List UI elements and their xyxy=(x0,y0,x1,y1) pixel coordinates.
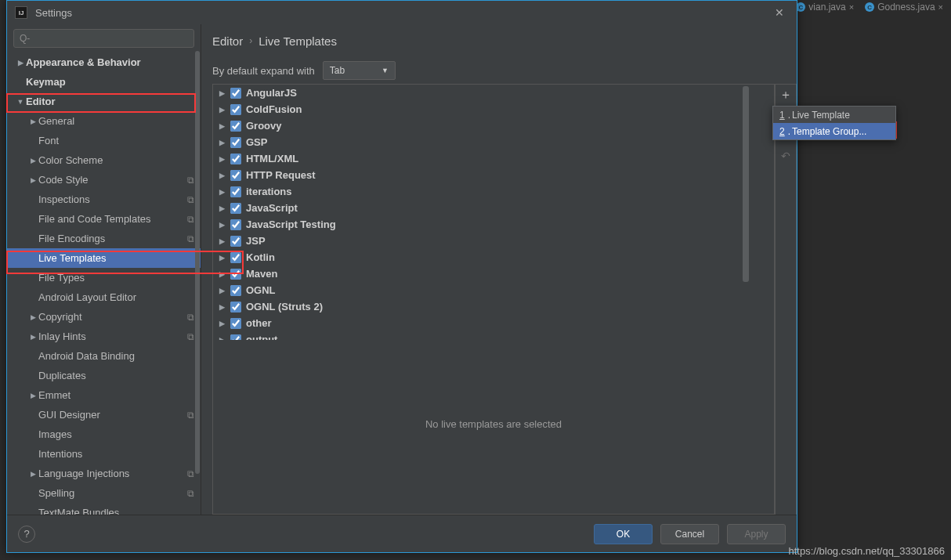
editor-tab[interactable]: C vian.java × xyxy=(796,0,854,14)
tree-arrow-icon[interactable]: ▶ xyxy=(219,89,230,97)
sidebar-item[interactable]: Language Injections⧉ xyxy=(7,464,201,483)
settings-tree[interactable]: Appearance & BehaviorKeymapEditorGeneral… xyxy=(7,52,201,515)
tree-arrow-icon[interactable]: ▶ xyxy=(219,172,230,179)
template-group-checkbox[interactable] xyxy=(230,236,241,247)
template-group-checkbox[interactable] xyxy=(230,154,241,164)
tree-arrow-icon[interactable]: ▶ xyxy=(219,122,230,130)
breadcrumb-section[interactable]: Editor xyxy=(212,34,243,48)
template-group-row[interactable]: ▶HTTP Request xyxy=(213,167,774,183)
sidebar-item[interactable]: Intentions xyxy=(7,444,201,464)
sidebar-scrollbar[interactable] xyxy=(194,51,201,515)
template-group-row[interactable]: ▶output xyxy=(213,331,774,340)
search-input[interactable]: Q- xyxy=(13,29,194,48)
template-group-row[interactable]: ▶JavaScript Testing xyxy=(213,216,774,233)
tree-arrow-icon[interactable] xyxy=(15,98,26,106)
template-group-checkbox[interactable] xyxy=(230,252,241,263)
sidebar-item[interactable]: Live Templates xyxy=(7,248,201,268)
template-group-checkbox[interactable] xyxy=(230,334,241,341)
ok-button[interactable]: OK xyxy=(594,524,653,544)
sidebar-item[interactable]: Copyright⧉ xyxy=(7,307,201,327)
template-group-row[interactable]: ▶Maven xyxy=(213,266,774,282)
sidebar-item[interactable]: Appearance & Behavior xyxy=(7,52,201,72)
sidebar-item[interactable]: General xyxy=(7,111,201,131)
undo-button[interactable]: ↶ xyxy=(776,146,796,166)
tree-arrow-icon[interactable] xyxy=(27,313,38,321)
template-group-row[interactable]: ▶OGNL (Struts 2) xyxy=(213,298,774,315)
sidebar-item[interactable]: Images xyxy=(7,425,201,444)
close-icon[interactable]: × xyxy=(938,2,943,12)
tree-arrow-icon[interactable]: ▶ xyxy=(219,139,230,146)
sidebar-item[interactable]: Spelling⧉ xyxy=(7,483,201,503)
template-group-checkbox[interactable] xyxy=(230,88,241,99)
tree-arrow-icon[interactable]: ▶ xyxy=(219,254,230,262)
template-group-row[interactable]: ▶ColdFusion xyxy=(213,101,774,117)
editor-tab[interactable]: C Godness.java × xyxy=(865,0,943,14)
help-button[interactable]: ? xyxy=(18,526,35,543)
sidebar-item[interactable]: Inlay Hints⧉ xyxy=(7,327,201,346)
tree-arrow-icon[interactable]: ▶ xyxy=(219,188,230,196)
tree-arrow-icon[interactable]: ▶ xyxy=(219,287,230,294)
cancel-button[interactable]: Cancel xyxy=(660,524,719,544)
template-scrollbar[interactable] xyxy=(743,86,750,337)
tree-arrow-icon[interactable]: ▶ xyxy=(219,336,230,341)
sidebar-item[interactable]: TextMate Bundles xyxy=(7,503,201,515)
template-group-checkbox[interactable] xyxy=(230,203,241,214)
template-group-row[interactable]: ▶Groovy xyxy=(213,117,774,134)
sidebar-item[interactable]: Android Data Binding xyxy=(7,346,201,366)
sidebar-item[interactable]: Emmet xyxy=(7,385,201,405)
template-group-row[interactable]: ▶iterations xyxy=(213,183,774,200)
sidebar-item[interactable]: Color Scheme xyxy=(7,150,201,170)
template-group-row[interactable]: ▶HTML/XML xyxy=(213,150,774,167)
popup-item-live-template[interactable]: 1. Live Template xyxy=(773,107,895,123)
sidebar-item[interactable]: Keymap xyxy=(7,72,201,92)
expand-with-select[interactable]: Tab ▼ xyxy=(323,61,396,80)
template-group-checkbox[interactable] xyxy=(230,121,241,132)
tree-arrow-icon[interactable] xyxy=(15,59,26,67)
template-group-checkbox[interactable] xyxy=(230,219,241,230)
template-group-row[interactable]: ▶GSP xyxy=(213,134,774,150)
template-group-checkbox[interactable] xyxy=(230,104,241,115)
template-group-checkbox[interactable] xyxy=(230,137,241,148)
tree-arrow-icon[interactable]: ▶ xyxy=(219,155,230,163)
popup-item-template-group[interactable]: 2. Template Group... xyxy=(773,123,895,139)
add-button[interactable]: ＋ xyxy=(776,85,796,105)
template-group-checkbox[interactable] xyxy=(230,285,241,296)
tree-arrow-icon[interactable]: ▶ xyxy=(219,106,230,114)
template-group-row[interactable]: ▶AngularJS xyxy=(213,85,774,101)
tree-arrow-icon[interactable] xyxy=(27,117,38,125)
template-group-checkbox[interactable] xyxy=(230,302,241,313)
template-group-row[interactable]: ▶OGNL xyxy=(213,282,774,298)
sidebar-item[interactable]: File and Code Templates⧉ xyxy=(7,209,201,229)
tree-arrow-icon[interactable]: ▶ xyxy=(219,221,230,229)
sidebar-item[interactable]: Font xyxy=(7,131,201,150)
close-button[interactable]: ✕ xyxy=(770,5,789,20)
template-group-row[interactable]: ▶JSP xyxy=(213,233,774,249)
template-group-row[interactable]: ▶other xyxy=(213,315,774,331)
template-group-row[interactable]: ▶JavaScript xyxy=(213,200,774,216)
template-group-checkbox[interactable] xyxy=(230,170,241,181)
tree-arrow-icon[interactable]: ▶ xyxy=(219,320,230,327)
sidebar-item[interactable]: Editor xyxy=(7,92,201,111)
close-icon[interactable]: × xyxy=(849,2,854,12)
template-group-checkbox[interactable] xyxy=(230,186,241,197)
sidebar-item[interactable]: Android Layout Editor xyxy=(7,287,201,307)
sidebar-item[interactable]: Duplicates xyxy=(7,366,201,385)
tree-arrow-icon[interactable] xyxy=(27,470,38,478)
template-group-checkbox[interactable] xyxy=(230,318,241,329)
template-group-checkbox[interactable] xyxy=(230,269,241,280)
tree-arrow-icon[interactable]: ▶ xyxy=(219,204,230,212)
sidebar-item[interactable]: GUI Designer⧉ xyxy=(7,405,201,425)
template-scroll[interactable]: ▶AngularJS▶ColdFusion▶Groovy▶GSP▶HTML/XM… xyxy=(213,85,774,340)
tree-arrow-icon[interactable]: ▶ xyxy=(219,270,230,278)
tree-arrow-icon[interactable] xyxy=(27,157,38,164)
template-group-row[interactable]: ▶Kotlin xyxy=(213,249,774,266)
sidebar-item[interactable]: File Encodings⧉ xyxy=(7,229,201,248)
sidebar-item[interactable]: File Types xyxy=(7,268,201,287)
tree-arrow-icon[interactable] xyxy=(27,333,38,341)
tree-arrow-icon[interactable]: ▶ xyxy=(219,303,230,311)
tree-arrow-icon[interactable]: ▶ xyxy=(219,237,230,245)
tree-arrow-icon[interactable] xyxy=(27,176,38,184)
sidebar-item[interactable]: Inspections⧉ xyxy=(7,190,201,209)
sidebar-item[interactable]: Code Style⧉ xyxy=(7,170,201,190)
apply-button[interactable]: Apply xyxy=(727,524,786,544)
